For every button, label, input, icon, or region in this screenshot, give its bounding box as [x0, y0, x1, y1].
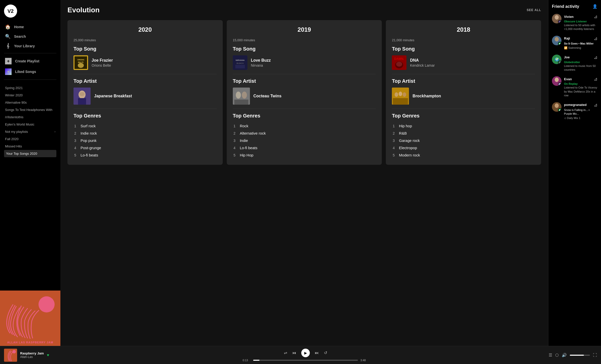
svg-point-25	[395, 92, 398, 97]
progress-bar[interactable]	[253, 360, 358, 361]
cocteau-thumb	[233, 88, 250, 105]
section-divider	[233, 74, 376, 74]
artist-row-2020: Japanese Breakfast	[73, 88, 217, 105]
fullscreen-icon[interactable]: ⛶	[593, 353, 597, 357]
friend-info-vivien: Vivien ⊿ Obscure Listener Listened to 50…	[564, 14, 597, 31]
genre-list-2020: 1Surf rock 2Indie rock 3Pop punk 4Post-g…	[73, 122, 217, 159]
svg-text:ORIONS: ORIONS	[77, 59, 84, 61]
artist-row-2018: Brockhampton	[392, 88, 535, 105]
svg-point-29	[555, 15, 559, 20]
artist-row-2019: Cocteau Twins	[233, 88, 376, 105]
svg-point-7	[78, 63, 84, 68]
svg-point-17	[236, 92, 241, 99]
friend-avatar-raji: ▶	[552, 36, 561, 45]
playlist-item[interactable]: Eylen's World Music	[4, 121, 56, 128]
nav-divider	[4, 53, 56, 53]
friend-info-raji: Raji ⊿ So It Goes • Mac Miller 🔁 Swimmin…	[564, 36, 597, 50]
nav-home[interactable]: 🏠 Home	[4, 22, 56, 32]
year-card-2020: 2020 25,000 minutes Top Song ORIONS BELT…	[67, 20, 223, 165]
playlist-item[interactable]: Missed Hits	[4, 143, 56, 150]
song-name-2019: Love Buzz	[251, 58, 271, 63]
like-button[interactable]: ♥	[47, 353, 49, 357]
artist-info-brock: Brockhampton	[412, 94, 441, 98]
friend-status-joe: Globetrotter	[564, 61, 597, 64]
volume-icon[interactable]: 🔊	[562, 353, 567, 357]
friend-detail-joe: Listened to music from 50 countries	[564, 64, 597, 72]
playlist-item[interactable]: /r/listentothis	[4, 113, 56, 121]
nav-library[interactable]: 𝄞 Your Library	[4, 41, 56, 51]
nav-search[interactable]: 🔍 Search	[4, 32, 56, 41]
artist-info-jb: Japanese Breakfast	[94, 94, 132, 98]
playbar-track-name: Raspberry Jam	[20, 351, 44, 355]
playlist-item-notmine[interactable]: Not my playlists ›	[4, 128, 56, 135]
current-time: 0:13	[243, 359, 251, 362]
app-logo[interactable]: V2	[4, 5, 17, 18]
playlist-item[interactable]: Winter 2020	[4, 92, 56, 99]
play-pause-button[interactable]: ▶	[301, 349, 310, 357]
year-card-2019: 2019 15,000 minutes Top Song NIRVANA BLE…	[227, 20, 382, 165]
playlist-item[interactable]: Spring 2021	[4, 84, 56, 92]
friend-name-raji: Raji	[564, 36, 570, 40]
section-divider	[73, 109, 217, 109]
main-content: Evolution SEE ALL 2020 25,000 minutes To…	[60, 0, 548, 346]
genre-item: 1Rock	[233, 122, 376, 130]
svg-point-27	[403, 92, 406, 97]
see-all-button[interactable]: SEE ALL	[527, 8, 541, 12]
friend-name-row: Raji ⊿	[564, 36, 597, 41]
svg-point-26	[399, 92, 402, 96]
devices-icon[interactable]: ⬡	[555, 353, 559, 357]
friend-avatar-evan: 🎵	[552, 76, 561, 86]
friend-volume-icon: ⊿	[594, 76, 597, 82]
jb-thumb	[73, 88, 91, 105]
friend-settings-icon[interactable]: 👤	[592, 4, 597, 9]
genre-item: 1Surf rock	[73, 122, 217, 130]
friend-item-vivien: 🎵 Vivien ⊿ Obscure Listener Listened to …	[552, 14, 597, 31]
liked-songs-button[interactable]: ♥ Liked Songs	[4, 66, 56, 77]
friend-avatar-pom: ▶	[552, 102, 561, 112]
friend-info-joe: Joe ⊿ Globetrotter Listened to music fro…	[564, 55, 597, 72]
volume-bar[interactable]	[570, 355, 590, 356]
song-name-2018: DNA	[410, 58, 435, 63]
next-button[interactable]: ⏭	[315, 351, 319, 355]
queue-icon[interactable]: ☰	[549, 353, 552, 357]
svg-point-11	[80, 92, 85, 96]
song-artist-2018: Kendrick Lamar	[410, 63, 435, 67]
playlist-item-active[interactable]: Your Top Songs 2020	[4, 150, 56, 157]
friend-item-raji: ▶ Raji ⊿ So It Goes • Mac Miller 🔁 Swimm…	[552, 36, 597, 50]
year-label-2020: 2020	[73, 26, 217, 33]
friend-volume-icon: ⊿	[594, 55, 597, 60]
prev-button[interactable]: ⏮	[292, 351, 296, 355]
friend-badge-pom: ▶	[558, 108, 561, 112]
genre-item: 5Hip Hop	[233, 151, 376, 159]
svg-rect-19	[234, 100, 248, 105]
song-row-2020: ORIONS BELTE Joe Frazier Orions Belte	[73, 55, 217, 70]
sidebar-actions: + Create Playlist ♥ Liked Songs	[0, 56, 60, 77]
nav-library-label: Your Library	[14, 44, 35, 48]
song-name-2020: Joe Frazier	[92, 58, 113, 63]
home-icon: 🏠	[5, 24, 11, 30]
progress-row: 0:13 3:48	[243, 359, 368, 362]
playlist-item[interactable]: Fall 2020	[4, 135, 56, 143]
genre-item: 4Lo-fi beats	[233, 144, 376, 151]
repeat-button[interactable]: ↺	[324, 350, 327, 355]
page-title: Evolution	[67, 6, 100, 14]
top-artist-title-2018: Top Artist	[392, 78, 535, 84]
nav-search-label: Search	[14, 34, 26, 38]
svg-rect-15	[235, 65, 245, 68]
genre-list-2018: 1Hip hop 2R&B 3Garage rock 4Electropop 5…	[392, 122, 535, 159]
year-label-2018: 2018	[392, 26, 535, 33]
section-divider	[73, 74, 217, 74]
artist-thumb-cocteau	[233, 88, 250, 105]
shuffle-button[interactable]: ⇌	[284, 350, 287, 355]
create-playlist-button[interactable]: + Create Playlist	[4, 56, 56, 66]
genre-item: 4Electropop	[392, 144, 535, 151]
year-label-2019: 2019	[233, 26, 376, 33]
playlist-list: Spring 2021 Winter 2020 Alternative 90s …	[0, 82, 60, 291]
genre-item: 1Hip hop	[392, 122, 535, 130]
playbar-right: ☰ ⬡ 🔊 ⛶	[547, 353, 597, 357]
genre-item: 2R&B	[392, 130, 535, 137]
playlist-item[interactable]: Alternative 90s	[4, 99, 56, 106]
sidebar-album-art: ALLAH LAS RASPBERRY JAM	[0, 291, 60, 346]
playlist-item-headphones[interactable]: Songs To Test Headphones With	[4, 106, 56, 113]
year-card-2018: 2018 21,000 minutes Top Song DAMN.	[386, 20, 541, 165]
